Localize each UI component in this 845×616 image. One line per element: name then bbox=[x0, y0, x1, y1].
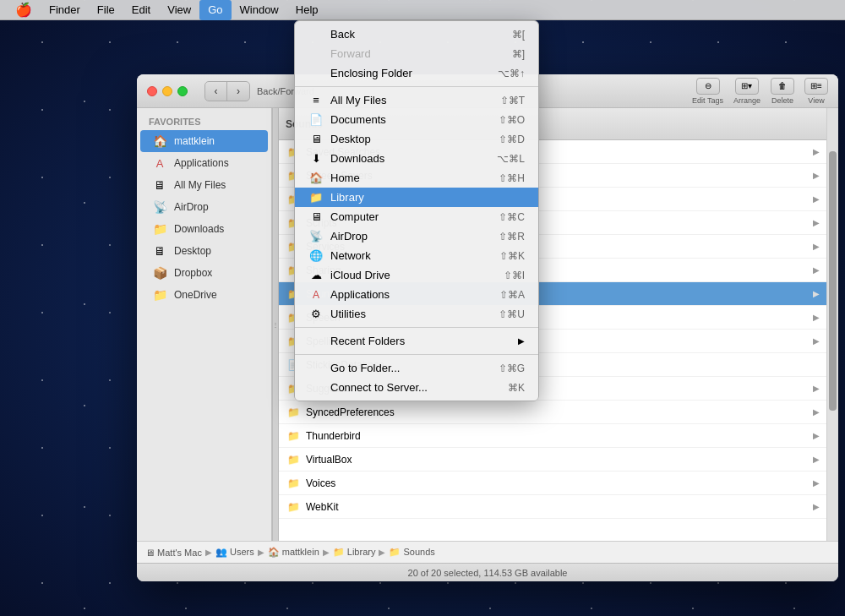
delete-icon: 🗑 bbox=[771, 78, 794, 95]
edit-tags-icon: ⊖ bbox=[696, 78, 720, 95]
file-item-thunderbird[interactable]: 📁 Thunderbird ▶ bbox=[279, 424, 826, 448]
go-menu-downloads[interactable]: ⬇ Downloads ⌥⌘L bbox=[295, 149, 538, 168]
folder-icon: 📁 bbox=[286, 453, 301, 466]
minimize-button[interactable] bbox=[162, 86, 172, 96]
file-item-webkit[interactable]: 📁 WebKit ▶ bbox=[279, 495, 826, 519]
sidebar-item-desktop[interactable]: 🖥 Desktop bbox=[140, 240, 268, 262]
go-menu-go-to-folder-label: Go to Folder... bbox=[330, 362, 400, 374]
file-name: Voices bbox=[306, 477, 808, 489]
sidebar-item-downloads[interactable]: 📁 Downloads bbox=[140, 218, 268, 240]
downloads-icon: 📁 bbox=[152, 221, 167, 237]
column-divider[interactable]: ⋮ bbox=[272, 108, 279, 541]
back-button[interactable]: ‹ bbox=[205, 82, 227, 101]
edit-menu[interactable]: Edit bbox=[123, 0, 159, 20]
network-shortcut: ⇧⌘K bbox=[499, 250, 525, 262]
go-menu-library[interactable]: 📁 Library bbox=[295, 188, 538, 207]
sidebar-item-onedrive[interactable]: 📁 OneDrive bbox=[140, 284, 268, 306]
arrow-icon: ▶ bbox=[813, 242, 820, 251]
arrow-icon: ▶ bbox=[813, 478, 820, 488]
sidebar-item-label: Desktop bbox=[174, 245, 211, 257]
airdrop-shortcut: ⇧⌘R bbox=[499, 231, 525, 243]
arrow-icon: ▶ bbox=[813, 289, 820, 298]
forward-button[interactable]: › bbox=[227, 82, 249, 101]
go-menu-network-label: Network bbox=[330, 249, 371, 262]
path-sep: ▶ bbox=[379, 548, 385, 557]
go-menu-back[interactable]: Back ⌘[ bbox=[295, 25, 538, 44]
go-menu-airdrop[interactable]: 📡 AirDrop ⇧⌘R bbox=[295, 226, 538, 246]
downloads-menu-icon: ⬇ bbox=[308, 152, 324, 165]
arrange-icon: ⊞▾ bbox=[735, 78, 759, 95]
airdrop-icon: 📡 bbox=[152, 199, 167, 215]
path-item-sounds[interactable]: 📁 Sounds bbox=[389, 547, 434, 558]
scrollbar-thumb[interactable] bbox=[829, 151, 837, 411]
sidebar-item-applications[interactable]: A Applications bbox=[140, 152, 268, 174]
apple-menu[interactable]: 🍎 bbox=[7, 0, 41, 20]
go-menu-home-label: Home bbox=[330, 172, 360, 184]
view-button[interactable]: ⊞≡ View bbox=[804, 78, 828, 105]
arrow-icon: ▶ bbox=[813, 384, 820, 393]
help-menu[interactable]: Help bbox=[287, 0, 327, 20]
go-menu-computer-label: Computer bbox=[330, 210, 379, 223]
sidebar-item-label: AirDrop bbox=[174, 201, 209, 213]
go-menu-documents-label: Documents bbox=[330, 113, 386, 126]
enclosing-shortcut: ⌥⌘↑ bbox=[498, 68, 525, 79]
go-menu-all-my-files[interactable]: ≡ All My Files ⇧⌘T bbox=[295, 90, 538, 110]
go-menu-enclosing[interactable]: Enclosing Folder ⌥⌘↑ bbox=[295, 63, 538, 83]
window-menu[interactable]: Window bbox=[232, 0, 287, 20]
go-menu-utilities[interactable]: ⚙ Utilities ⇧⌘U bbox=[295, 304, 538, 324]
sidebar-item-all-my-files[interactable]: 🖥 All My Files bbox=[140, 174, 268, 196]
sidebar-item-mattklein[interactable]: 🏠 mattklein bbox=[140, 130, 268, 152]
path-item-mac[interactable]: 🖥 Matt's Mac bbox=[145, 548, 202, 558]
goto-folder-shortcut: ⇧⌘G bbox=[499, 363, 525, 374]
view-label: View bbox=[808, 96, 824, 105]
go-menu-forward[interactable]: Forward ⌘] bbox=[295, 44, 538, 63]
home-menu-icon: 🏠 bbox=[308, 172, 324, 184]
go-menu-icloud[interactable]: ☁ iCloud Drive ⇧⌘I bbox=[295, 265, 538, 285]
maximize-button[interactable] bbox=[177, 86, 188, 96]
file-item-virtualbox[interactable]: 📁 VirtualBox ▶ bbox=[279, 448, 826, 472]
edit-tags-button[interactable]: ⊖ Edit Tags bbox=[692, 78, 723, 105]
go-menu-desktop[interactable]: 🖥 Desktop ⇧⌘D bbox=[295, 129, 538, 149]
submenu-arrow-icon: ▶ bbox=[518, 336, 525, 346]
path-item-mattklein[interactable]: 🏠 mattklein bbox=[268, 547, 319, 558]
finder-menu[interactable]: Finder bbox=[41, 0, 89, 20]
go-menu-desktop-label: Desktop bbox=[330, 133, 371, 145]
go-menu-documents[interactable]: 📄 Documents ⇧⌘O bbox=[295, 110, 538, 129]
go-menu-recent-folders[interactable]: Recent Folders ▶ bbox=[295, 331, 538, 351]
go-menu-home[interactable]: 🏠 Home ⇧⌘H bbox=[295, 168, 538, 188]
desktop-shortcut: ⇧⌘D bbox=[499, 134, 525, 145]
nav-buttons: ‹ › bbox=[204, 81, 250, 101]
sidebar-section-favorites: Favorites bbox=[137, 108, 271, 130]
path-sep: ▶ bbox=[258, 548, 264, 557]
sidebar-item-airdrop[interactable]: 📡 AirDrop bbox=[140, 196, 268, 218]
dropbox-icon: 📦 bbox=[152, 265, 167, 281]
go-menu-applications[interactable]: A Applications ⇧⌘A bbox=[295, 285, 538, 304]
path-item-library[interactable]: 📁 Library bbox=[333, 547, 376, 558]
go-menu-network[interactable]: 🌐 Network ⇧⌘K bbox=[295, 246, 538, 265]
file-item-synced-preferences[interactable]: 📁 SyncedPreferences ▶ bbox=[279, 401, 826, 424]
arrow-icon: ▶ bbox=[813, 218, 820, 227]
go-menu-all-my-files-label: All My Files bbox=[330, 94, 386, 106]
delete-button[interactable]: 🗑 Delete bbox=[771, 78, 794, 105]
close-button[interactable] bbox=[147, 86, 157, 96]
applications-menu-icon: A bbox=[308, 289, 324, 301]
sidebar-item-label: Downloads bbox=[174, 223, 224, 235]
go-menu-enclosing-label: Enclosing Folder bbox=[330, 67, 412, 79]
arrow-icon: ▶ bbox=[813, 313, 820, 322]
folder-icon: 📁 bbox=[286, 429, 301, 443]
arrange-button[interactable]: ⊞▾ Arrange bbox=[733, 78, 760, 105]
go-menu-connect-server[interactable]: Connect to Server... ⌘K bbox=[295, 378, 538, 397]
go-menu-computer[interactable]: 🖥 Computer ⇧⌘C bbox=[295, 207, 538, 226]
documents-shortcut: ⇧⌘O bbox=[499, 114, 525, 126]
sidebar-item-label: OneDrive bbox=[174, 289, 217, 301]
scrollbar[interactable] bbox=[826, 108, 838, 541]
file-menu[interactable]: File bbox=[89, 0, 123, 20]
go-menu-trigger[interactable]: Go bbox=[199, 0, 231, 20]
edit-tags-label: Edit Tags bbox=[692, 96, 723, 105]
view-menu[interactable]: View bbox=[159, 0, 199, 20]
file-item-voices[interactable]: 📁 Voices ▶ bbox=[279, 472, 826, 495]
sidebar-item-label: Dropbox bbox=[174, 267, 212, 279]
go-menu-go-to-folder[interactable]: Go to Folder... ⇧⌘G bbox=[295, 358, 538, 378]
path-item-users[interactable]: 👥 Users bbox=[215, 547, 254, 558]
sidebar-item-dropbox[interactable]: 📦 Dropbox bbox=[140, 262, 268, 284]
